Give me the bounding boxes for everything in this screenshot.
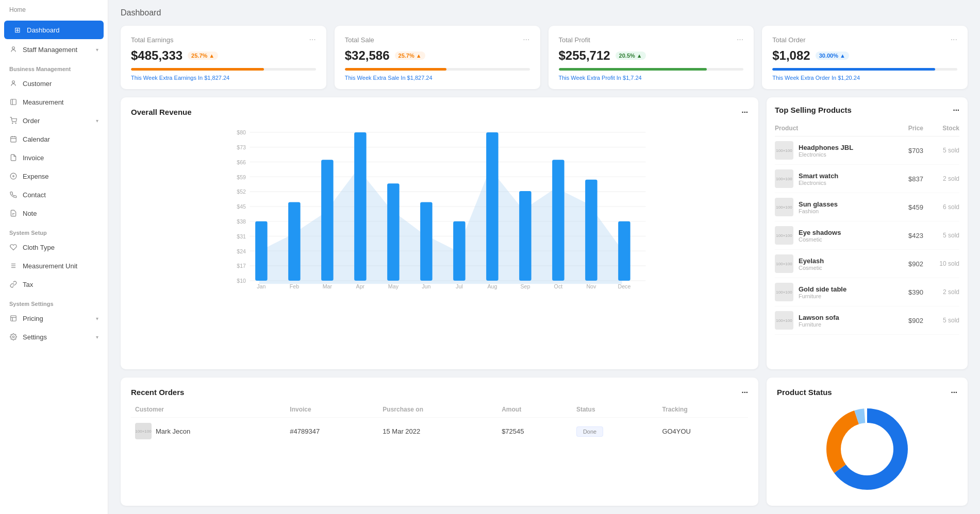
svg-rect-51	[486, 132, 498, 281]
total-sale-sub: This Week Extra Sale In	[345, 75, 407, 81]
ts-cat-eyelash: Cosmetic	[799, 265, 887, 271]
product-status-donut	[821, 403, 913, 495]
ts-cat-smartwatch: Electronics	[799, 180, 887, 186]
sidebar-expense-label: Expense	[23, 173, 49, 180]
sidebar-measurement-unit-label: Measurement Unit	[23, 262, 77, 270]
sidebar-item-expense[interactable]: Expense	[0, 167, 108, 185]
ts-header-price: Price	[887, 125, 923, 132]
sidebar: Home ⊞ Dashboard Staff Management ▾ Busi…	[0, 0, 108, 514]
expense-icon	[9, 172, 18, 180]
ts-name-headphones: Headphones JBL	[799, 144, 887, 151]
ts-row-eyeshadows: 100×100 Eye shadows Cosmetic $423 5 sold	[775, 221, 959, 250]
pricing-icon	[9, 314, 18, 322]
order-arrow-icon: ▾	[96, 118, 98, 124]
ts-img-gold-side-table: 100×100	[775, 283, 793, 301]
orders-col-customer: Customer	[131, 404, 286, 418]
total-earnings-label: Total Earnings	[131, 36, 173, 44]
revenue-chart-card: Overall Revenue ··· $80 $73 $66 $59 $52 …	[121, 97, 758, 369]
mid-row: Overall Revenue ··· $80 $73 $66 $59 $52 …	[108, 89, 980, 369]
svg-rect-52	[519, 191, 531, 281]
sidebar-item-measurement-unit[interactable]: Measurement Unit	[0, 256, 108, 275]
sidebar-item-tax[interactable]: Tax	[0, 275, 108, 294]
svg-text:Jan: Jan	[257, 283, 265, 289]
total-earnings-progress-bar	[131, 68, 264, 71]
top-selling-card: Top Selling Products ··· Product Price S…	[767, 97, 968, 369]
ts-stock-eyeshadows: 5 sold	[923, 232, 959, 239]
svg-rect-50	[453, 221, 465, 281]
order-icon	[9, 116, 18, 125]
total-profit-menu[interactable]: ···	[737, 35, 743, 44]
top-selling-menu[interactable]: ···	[953, 106, 959, 114]
svg-text:Aug: Aug	[487, 283, 497, 289]
sidebar-item-note[interactable]: Note	[0, 204, 108, 222]
total-order-sub-highlight: $1,20.24	[838, 75, 860, 81]
svg-text:$73: $73	[237, 144, 246, 150]
sidebar-order-label: Order	[23, 117, 40, 125]
sidebar-item-order[interactable]: Order ▾	[0, 111, 108, 130]
sidebar-item-settings[interactable]: Settings ▾	[0, 328, 108, 346]
sidebar-item-calendar[interactable]: Calendar	[0, 130, 108, 148]
order-status-badge: Done	[576, 426, 603, 437]
ts-row-smartwatch: 100×100 Smart watch Electronics $837 2 s…	[775, 165, 959, 193]
recent-orders-card: Recent Orders ··· Customer Invoice Pusrc…	[121, 378, 758, 506]
donut-svg	[821, 403, 913, 495]
sidebar-item-measurement[interactable]: Measurement	[0, 93, 108, 111]
ts-img-eyelash: 100×100	[775, 254, 793, 273]
total-order-menu[interactable]: ···	[951, 35, 957, 44]
svg-rect-49	[420, 202, 432, 281]
revenue-chart-menu[interactable]: ···	[741, 108, 748, 116]
total-earnings-sub: This Week Extra Earnings In	[131, 75, 204, 81]
measurement-icon	[9, 98, 18, 106]
svg-rect-44	[255, 221, 267, 281]
pricing-arrow-icon: ▾	[96, 316, 98, 321]
ts-cat-eyeshadows: Cosmetic	[799, 236, 887, 243]
svg-text:Dece: Dece	[618, 283, 630, 289]
order-tracking: GO4YOU	[658, 418, 748, 445]
sidebar-contact-label: Contact	[23, 191, 46, 199]
order-customer-name: Mark Jecon	[156, 427, 190, 435]
system-settings-section: System Settings	[0, 296, 108, 309]
page-title: Dashboard	[108, 0, 980, 22]
orders-col-invoice: Invoice	[286, 404, 378, 418]
calendar-icon	[9, 135, 18, 143]
total-earnings-value: $485,333	[131, 48, 182, 63]
product-status-title: Product Status	[777, 388, 832, 397]
invoice-icon	[9, 153, 18, 162]
total-sale-menu[interactable]: ···	[523, 35, 529, 44]
total-profit-card: Total Profit ··· $255,712 20.5% ▲ This W…	[549, 26, 754, 89]
sidebar-item-dashboard[interactable]: ⊞ Dashboard	[4, 21, 104, 39]
summary-cards: Total Earnings ··· $485,333 25.7% ▲ This…	[108, 22, 980, 89]
ts-cat-gold-side-table: Furniture	[799, 293, 887, 299]
ts-cat-sunglasses: Fashion	[799, 208, 887, 214]
svg-text:Feb: Feb	[290, 283, 299, 289]
svg-text:Mar: Mar	[323, 283, 333, 289]
sidebar-settings-label: Settings	[23, 333, 47, 341]
note-icon	[9, 209, 18, 217]
order-purchase-date: 15 Mar 2022	[378, 418, 497, 445]
sidebar-item-pricing[interactable]: Pricing ▾	[0, 309, 108, 328]
ts-name-smartwatch: Smart watch	[799, 172, 887, 180]
total-sale-value: $32,586	[345, 48, 390, 63]
sidebar-item-invoice[interactable]: Invoice	[0, 148, 108, 167]
revenue-chart-title: Overall Revenue	[131, 108, 192, 116]
svg-text:Apr: Apr	[356, 283, 365, 289]
sidebar-item-cloth-type[interactable]: Cloth Type	[0, 238, 108, 256]
sidebar-staff-label: Staff Management	[23, 46, 77, 54]
sidebar-item-contact[interactable]: Contact	[0, 185, 108, 204]
measurement-unit-icon	[9, 262, 18, 270]
sidebar-item-staff-management[interactable]: Staff Management ▾	[0, 40, 108, 59]
ts-stock-smartwatch: 2 sold	[923, 175, 959, 182]
total-profit-value: $255,712	[559, 48, 610, 63]
svg-text:Sep: Sep	[520, 283, 530, 289]
svg-point-71	[841, 423, 893, 475]
ts-name-gold-side-table: Gold side table	[799, 285, 887, 293]
total-profit-progress-bar	[559, 68, 707, 71]
recent-orders-menu[interactable]: ···	[741, 388, 748, 397]
svg-point-0	[12, 47, 15, 49]
svg-text:Oct: Oct	[554, 283, 563, 289]
sidebar-item-customer[interactable]: Customer	[0, 74, 108, 93]
revenue-chart-area: $80 $73 $66 $59 $52 $45 $38 $31 $24 $17 …	[131, 125, 748, 289]
product-status-menu[interactable]: ···	[951, 388, 957, 397]
total-earnings-menu[interactable]: ···	[309, 35, 315, 44]
bottom-row: Recent Orders ··· Customer Invoice Pusrc…	[108, 369, 980, 514]
